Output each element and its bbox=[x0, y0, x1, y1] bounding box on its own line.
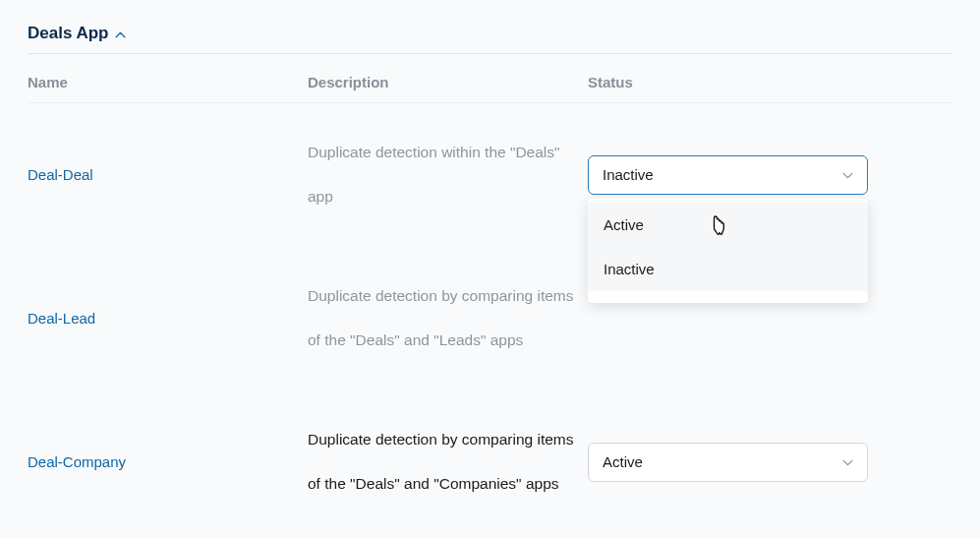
section-header[interactable]: Deals App bbox=[28, 24, 952, 54]
select-box[interactable]: Inactive bbox=[588, 155, 868, 195]
select-box[interactable]: Active bbox=[588, 443, 868, 482]
select-value: Active bbox=[603, 453, 643, 470]
rule-description: Duplicate detection within the "Deals" a… bbox=[308, 144, 560, 205]
rules-table: Name Description Status Deal-Deal Duplic… bbox=[28, 54, 952, 534]
column-header-status: Status bbox=[588, 74, 952, 90]
status-select[interactable]: Inactive Active Inactive bbox=[588, 155, 868, 195]
column-header-description: Description bbox=[308, 74, 588, 90]
option-inactive[interactable]: Inactive bbox=[588, 247, 868, 291]
table-row: Deal-Company Duplicate detection by comp… bbox=[28, 390, 952, 534]
table-header-row: Name Description Status bbox=[28, 54, 952, 103]
chevron-down-icon bbox=[842, 455, 853, 469]
select-value: Inactive bbox=[603, 166, 654, 183]
rule-link[interactable]: Deal-Deal bbox=[28, 166, 93, 183]
rule-link[interactable]: Deal-Lead bbox=[28, 310, 95, 327]
caret-up-icon bbox=[115, 28, 126, 40]
rule-description: Duplicate detection by comparing items o… bbox=[308, 287, 574, 348]
status-select[interactable]: Active bbox=[588, 443, 868, 482]
option-active[interactable]: Active bbox=[588, 203, 868, 247]
table-row: Deal-Deal Duplicate detection within the… bbox=[28, 103, 952, 247]
section-title: Deals App bbox=[28, 24, 109, 43]
column-header-name: Name bbox=[28, 74, 308, 90]
status-dropdown: Active Inactive bbox=[588, 199, 868, 303]
rule-description: Duplicate detection by comparing items o… bbox=[308, 431, 574, 492]
rule-link[interactable]: Deal-Company bbox=[28, 453, 126, 470]
chevron-down-icon bbox=[842, 168, 853, 182]
